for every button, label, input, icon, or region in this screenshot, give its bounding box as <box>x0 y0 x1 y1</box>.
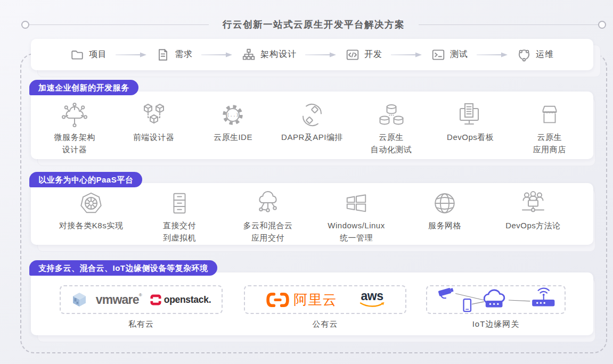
terminal-icon <box>431 48 445 62</box>
workflow-step-label: 运维 <box>536 49 554 60</box>
service-item-label: 前端设计器 <box>133 131 175 144</box>
iot-router-icon <box>532 288 554 307</box>
folder-icon <box>70 48 84 62</box>
vmware-cube-icon <box>71 292 87 308</box>
arrow-icon <box>305 52 337 58</box>
service-item-label: 云原生 应用商店 <box>533 131 566 155</box>
platform-item: DevOps方法论 <box>489 191 577 232</box>
devops-kanban-icon <box>457 102 483 128</box>
kubernetes-icon <box>79 191 103 216</box>
aws-logo: aws <box>359 291 385 308</box>
section-dev-services: 微服务架构 设计器 前端设计器 <box>31 92 593 159</box>
service-item-label: 云原生 自动化测试 <box>371 131 412 155</box>
microservice-architecture-icon <box>62 102 87 128</box>
hybrid-cloud-icon <box>255 191 281 216</box>
alibaba-cloud-logo-text: 阿里云 <box>294 291 337 309</box>
workflow-step-architecture: 架构设计 <box>242 48 297 62</box>
iot-edge-label: IoT边缘网关 <box>426 319 566 329</box>
iot-edge-box <box>426 285 566 314</box>
platform-item-label: 对接各类K8s实现 <box>59 220 123 232</box>
autotest-db-icon <box>379 102 404 128</box>
platform-item-label: DevOps方法论 <box>505 220 561 232</box>
arrow-icon <box>391 52 423 58</box>
iot-cloud-gateway-icon <box>484 290 504 307</box>
dapr-api-icon <box>299 102 325 128</box>
workflow-step-project: 项目 <box>70 48 107 62</box>
workflow-step-development: 开发 <box>346 48 382 62</box>
iot-camera-icon <box>438 287 454 298</box>
service-mesh-globe-icon <box>432 191 457 216</box>
openstack-logo-icon <box>150 294 161 305</box>
platform-item-label: 直接交付 到虚拟机 <box>163 220 196 244</box>
frontend-designer-icon <box>141 102 167 128</box>
code-icon <box>346 48 359 62</box>
cloud-ide-icon: (..) <box>220 103 245 127</box>
platform-item-label: Windows/Linux 统一管理 <box>328 220 385 244</box>
platform-item: 对接各类K8s实现 <box>47 191 135 232</box>
arrow-icon <box>116 52 148 58</box>
service-item: 云原生 应用商店 <box>510 102 589 155</box>
platform-item: 直接交付 到虚拟机 <box>135 191 224 244</box>
section-badge-dev-services: 加速企业创新的开发服务 <box>29 80 138 95</box>
service-item: (..) 云原生IDE <box>193 102 273 144</box>
alibaba-cloud-logo: 阿里云 <box>266 291 337 309</box>
platform-item: Windows/Linux 统一管理 <box>312 191 401 244</box>
arrow-icon <box>477 52 509 58</box>
app-store-icon <box>537 103 562 127</box>
service-item: 微服务架构 设计器 <box>35 102 115 155</box>
aws-logo-text: aws <box>361 291 383 302</box>
openstack-logo: openstack. <box>150 294 211 305</box>
ops-cycle-icon <box>517 48 531 62</box>
workflow-step-operations: 运维 <box>517 48 554 62</box>
workflow-step-label: 测试 <box>450 49 468 60</box>
service-item-label: 微服务架构 设计器 <box>54 131 96 155</box>
section-badge-environments: 支持多云、混合云、IoT边缘侧设备等复杂环境 <box>29 260 217 276</box>
title-right-circle-decoration <box>598 21 606 29</box>
platform-item-label: 多云和混合云 应用交付 <box>243 220 293 244</box>
platform-item: 多云和混合云 应用交付 <box>224 191 312 244</box>
vm-server-icon <box>167 191 192 216</box>
service-item: DAPR及API编排 <box>273 102 352 144</box>
openstack-logo-text: openstack. <box>164 294 211 305</box>
title-row: 行云创新一站式云原生开发平台解决方案 <box>21 18 606 31</box>
arrow-icon <box>201 52 233 58</box>
alibaba-cloud-logo-icon <box>266 292 290 308</box>
section-paas-platform: 对接各类K8s实现 直接交付 到虚拟机 多云和混合云 应用交付 <box>31 183 593 245</box>
title-left-line-decoration <box>29 24 209 25</box>
vmware-logo: vmware® <box>96 293 142 307</box>
workflow-bar: 项目 需求 架构设计 <box>31 39 593 70</box>
service-item-label: DAPR及API编排 <box>281 131 343 144</box>
service-item-label: DevOps看板 <box>447 131 494 144</box>
svg-text:(..): (..) <box>227 112 239 118</box>
section-environments: vmware® openstack. 私有云 阿里云 aws <box>31 272 593 335</box>
page-title: 行云创新一站式云原生开发平台解决方案 <box>209 18 419 31</box>
solution-diagram: 行云创新一站式云原生开发平台解决方案 项目 需求 <box>0 0 613 364</box>
public-cloud-box: 阿里云 aws <box>244 285 406 314</box>
title-left-circle-decoration <box>21 21 29 29</box>
workflow-step-requirements: 需求 <box>156 48 193 62</box>
title-right-line-decoration <box>419 24 598 25</box>
public-cloud-label: 公有云 <box>244 319 406 329</box>
private-cloud-label: 私有云 <box>60 319 223 329</box>
service-item: 前端设计器 <box>115 102 194 144</box>
section-badge-paas: 以业务为中心的PaaS平台 <box>29 172 142 187</box>
aws-smile-icon <box>359 302 385 308</box>
workflow-step-testing: 测试 <box>431 48 468 62</box>
service-item-label: 云原生IDE <box>214 131 252 144</box>
platform-item-label: 服务网格 <box>428 220 461 232</box>
private-cloud-box: vmware® openstack. <box>60 285 223 314</box>
platform-item: 服务网格 <box>401 191 489 232</box>
devops-team-icon <box>520 191 546 216</box>
windows-linux-icon <box>344 191 369 216</box>
workflow-step-label: 开发 <box>364 49 382 60</box>
service-item: 云原生 自动化测试 <box>352 102 431 155</box>
workflow-step-label: 需求 <box>175 49 193 60</box>
service-item: DevOps看板 <box>431 102 510 144</box>
iot-topology <box>432 287 560 312</box>
architecture-icon <box>242 48 256 62</box>
workflow-step-label: 项目 <box>89 49 107 60</box>
document-icon <box>156 48 170 62</box>
workflow-step-label: 架构设计 <box>260 49 297 60</box>
